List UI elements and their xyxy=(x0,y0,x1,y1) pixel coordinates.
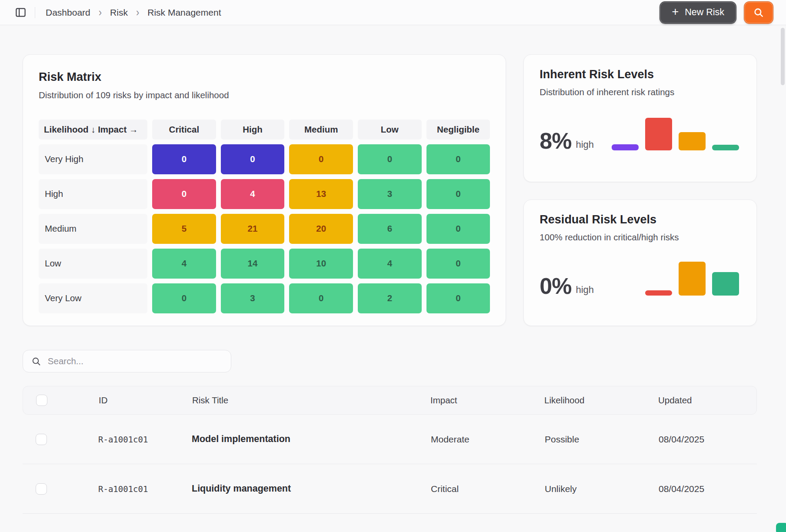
residual-stat-value: 0% xyxy=(540,277,571,296)
right-column: Inherent Risk Levels Distribution of inh… xyxy=(523,54,757,326)
matrix-row-label-very-high: Very High xyxy=(39,144,147,174)
matrix-cell[interactable]: 0 xyxy=(152,144,216,174)
matrix-cell[interactable]: 0 xyxy=(426,144,490,174)
matrix-cell[interactable]: 5 xyxy=(152,214,216,244)
row-checkbox[interactable] xyxy=(36,483,47,495)
col-header-impact: Impact xyxy=(430,395,544,406)
risk-matrix-grid: Likelihood ↓ Impact → Critical High Medi… xyxy=(39,120,490,313)
matrix-cell[interactable]: 4 xyxy=(221,179,285,209)
matrix-col-header-critical: Critical xyxy=(152,120,216,140)
matrix-cell[interactable]: 0 xyxy=(289,144,353,174)
matrix-cell[interactable]: 4 xyxy=(358,249,422,279)
matrix-row-label-very-low: Very Low xyxy=(39,283,147,313)
matrix-cell[interactable]: 3 xyxy=(221,283,285,313)
search-button[interactable] xyxy=(744,2,773,23)
matrix-cell[interactable]: 0 xyxy=(152,179,216,209)
matrix-col-header-low: Low xyxy=(358,120,422,140)
cell-updated: 08/04/2025 xyxy=(659,434,757,445)
matrix-cell[interactable]: 0 xyxy=(426,283,490,313)
risk-matrix-card: Risk Matrix Distribution of 109 risks by… xyxy=(23,54,506,326)
chevron-right-icon: › xyxy=(136,6,139,19)
page-scrollbar-thumb[interactable] xyxy=(781,28,785,85)
sidebar-panel-icon xyxy=(15,7,27,18)
matrix-cell[interactable]: 0 xyxy=(426,179,490,209)
matrix-col-header-high: High xyxy=(221,120,285,140)
matrix-cell[interactable]: 2 xyxy=(358,283,422,313)
residual-stat-label: high xyxy=(576,284,594,296)
search-icon xyxy=(753,7,764,18)
matrix-col-header-medium: Medium xyxy=(289,120,353,140)
topbar-actions: + New Risk xyxy=(660,2,773,23)
inherent-stat-label: high xyxy=(576,139,594,150)
risk-matrix-title: Risk Matrix xyxy=(39,70,490,84)
residual-subtitle: 100% reduction in critical/high risks xyxy=(540,231,692,243)
bar-high xyxy=(645,118,672,150)
matrix-cell[interactable]: 13 xyxy=(289,179,353,209)
matrix-cell[interactable]: 0 xyxy=(221,144,285,174)
breadcrumb: Dashboard › Risk › Risk Management xyxy=(46,7,221,18)
matrix-row-label-high: High xyxy=(39,179,147,209)
floating-widget-button[interactable] xyxy=(776,523,786,532)
search-input[interactable] xyxy=(48,356,223,366)
matrix-cell[interactable]: 0 xyxy=(289,283,353,313)
risk-matrix-subtitle: Distribution of 109 risks by impact and … xyxy=(39,89,490,101)
bar-low xyxy=(712,145,739,150)
matrix-cell[interactable]: 14 xyxy=(221,249,285,279)
cell-impact: Moderate xyxy=(431,434,545,445)
cell-id: R-a1001c01 xyxy=(88,484,181,494)
top-bar: Dashboard › Risk › Risk Management + New… xyxy=(0,0,786,25)
plus-icon: + xyxy=(672,6,679,18)
matrix-cell[interactable]: 3 xyxy=(358,179,422,209)
inherent-stat-value: 8% xyxy=(540,132,571,150)
inherent-risk-card: Inherent Risk Levels Distribution of inh… xyxy=(523,54,757,182)
col-header-likelihood: Likelihood xyxy=(544,395,658,406)
matrix-cell[interactable]: 6 xyxy=(358,214,422,244)
matrix-cell[interactable]: 10 xyxy=(289,249,353,279)
matrix-cell[interactable]: 0 xyxy=(426,249,490,279)
inherent-title: Inherent Risk Levels xyxy=(540,68,741,81)
table-search xyxy=(23,350,231,372)
cell-risk-title: Liquidity management xyxy=(181,483,431,494)
col-header-updated: Updated xyxy=(658,395,756,406)
cell-updated: 08/04/2025 xyxy=(659,484,757,494)
residual-stat-row: 0% high xyxy=(540,261,741,296)
search-icon xyxy=(31,356,41,367)
matrix-cell[interactable]: 4 xyxy=(152,249,216,279)
residual-title: Residual Risk Levels xyxy=(540,213,741,226)
cell-impact: Critical xyxy=(431,484,545,494)
sidebar-toggle-button[interactable] xyxy=(13,5,28,20)
col-header-id: ID xyxy=(88,395,182,406)
breadcrumb-dashboard[interactable]: Dashboard xyxy=(46,7,90,18)
cell-likelihood: Unlikely xyxy=(545,484,659,494)
bar-medium xyxy=(679,262,706,296)
row-checkbox[interactable] xyxy=(36,434,47,445)
bar-high xyxy=(645,290,672,296)
matrix-cell[interactable]: 20 xyxy=(289,214,353,244)
matrix-cell[interactable]: 0 xyxy=(358,144,422,174)
chevron-right-icon: › xyxy=(99,6,102,19)
new-risk-button[interactable]: + New Risk xyxy=(660,2,736,23)
table-row[interactable]: R-a1001c01 Liquidity management Critical… xyxy=(23,464,757,514)
inherent-stat-row: 8% high xyxy=(540,116,741,150)
select-all-checkbox[interactable] xyxy=(36,395,47,406)
bar-critical xyxy=(612,144,639,150)
matrix-cell[interactable]: 21 xyxy=(221,214,285,244)
breadcrumb-risk[interactable]: Risk xyxy=(110,7,128,18)
matrix-cell[interactable]: 0 xyxy=(152,283,216,313)
table-row[interactable]: R-a1001c01 Model implementation Moderate… xyxy=(23,415,757,464)
new-risk-label: New Risk xyxy=(685,7,724,18)
matrix-cell[interactable]: 0 xyxy=(426,214,490,244)
inherent-subtitle: Distribution of inherent risk ratings xyxy=(540,86,692,98)
residual-bar-chart xyxy=(612,261,739,296)
cell-likelihood: Possible xyxy=(545,434,659,445)
topbar-divider xyxy=(35,7,35,18)
matrix-col-header-negligible: Negligible xyxy=(426,120,490,140)
table-header: ID Risk Title Impact Likelihood Updated xyxy=(23,386,757,415)
residual-risk-card: Residual Risk Levels 100% reduction in c… xyxy=(523,200,757,326)
risk-table: ID Risk Title Impact Likelihood Updated … xyxy=(23,386,757,514)
inherent-bar-chart xyxy=(612,116,739,150)
breadcrumb-risk-management[interactable]: Risk Management xyxy=(147,7,221,18)
cell-id: R-a1001c01 xyxy=(88,435,181,444)
bar-medium xyxy=(679,132,706,150)
main-content: Risk Matrix Distribution of 109 risks by… xyxy=(0,25,786,326)
